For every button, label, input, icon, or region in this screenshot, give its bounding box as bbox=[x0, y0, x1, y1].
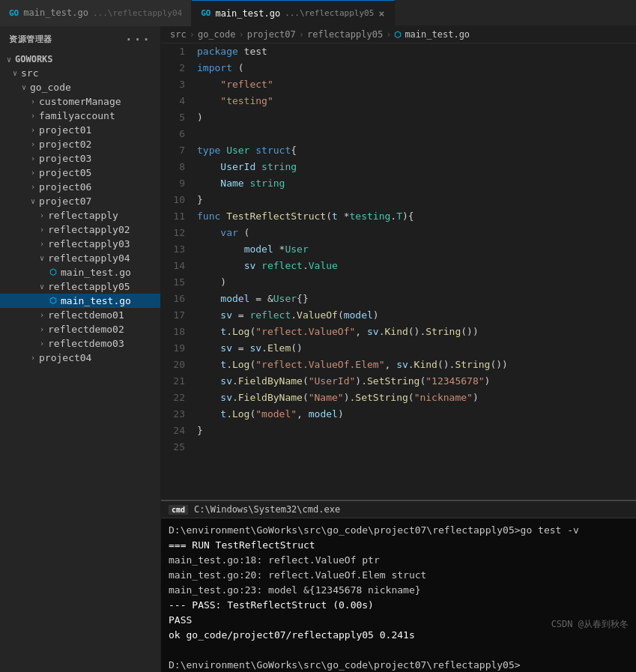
terminal-line: --- PASS: TestReflectStruct (0.00s) bbox=[169, 598, 629, 613]
line-number: 15 bbox=[167, 274, 185, 291]
terminal: cmd C:\Windows\System32\cmd.exe D:\envir… bbox=[161, 500, 636, 672]
code-line bbox=[197, 439, 630, 455]
line-number: 9 bbox=[167, 175, 185, 192]
familyaccount-arrow: › bbox=[27, 112, 39, 120]
project06-arrow: › bbox=[27, 183, 39, 191]
project03-label: project03 bbox=[39, 153, 91, 164]
sidebar-item-goworks[interactable]: ∨ GOWORKS bbox=[0, 52, 160, 66]
line-number: 19 bbox=[167, 340, 185, 357]
breadcrumb-gocode[interactable]: go_code bbox=[198, 29, 236, 40]
line-number: 21 bbox=[167, 373, 185, 390]
code-line: } bbox=[197, 423, 630, 439]
reflectapply03-arrow: › bbox=[36, 240, 48, 248]
code-line: UserId string bbox=[197, 159, 630, 175]
line-numbers: 1234567891011121314151617181920212223242… bbox=[161, 43, 191, 500]
go-file-icon-05: ⬡ bbox=[49, 296, 57, 306]
sidebar-header: 资源管理器 ··· bbox=[0, 26, 160, 52]
sidebar-item-reflectapply04[interactable]: ∨ reflectapply04 bbox=[0, 251, 160, 265]
sidebar-item-project06[interactable]: › project06 bbox=[0, 180, 160, 194]
line-number: 24 bbox=[167, 423, 185, 439]
tab-reflectapply04[interactable]: GO main_test.go ...\reflectapply04 bbox=[0, 0, 192, 26]
breadcrumb: src › go_code › project07 › reflectapply… bbox=[161, 26, 636, 43]
tab-label-1: main_test.go bbox=[23, 7, 88, 18]
terminal-title-bar: cmd C:\Windows\System32\cmd.exe bbox=[161, 501, 636, 518]
project04-label: project04 bbox=[39, 352, 91, 363]
sidebar-item-project01[interactable]: › project01 bbox=[0, 123, 160, 137]
breadcrumb-file[interactable]: main_test.go bbox=[405, 29, 470, 40]
maintest04-label: main_test.go bbox=[61, 267, 131, 278]
sidebar-item-project05[interactable]: › project05 bbox=[0, 166, 160, 180]
sidebar: 资源管理器 ··· ∨ GOWORKS ∨ src ∨ go_code › cu… bbox=[0, 26, 161, 672]
reflectapply03-label: reflectapply03 bbox=[48, 238, 130, 249]
reflectdemo03-label: reflectdemo03 bbox=[48, 338, 124, 349]
maintest05-label: main_test.go bbox=[61, 295, 131, 306]
sidebar-item-go-code[interactable]: ∨ go_code bbox=[0, 80, 160, 94]
line-number: 2 bbox=[167, 60, 185, 76]
tab-path-2: ...\reflectapply05 bbox=[285, 8, 374, 18]
src-label: src bbox=[21, 67, 38, 79]
code-line: func TestReflectStruct(t *testing.T){ bbox=[197, 208, 630, 225]
breadcrumb-project07[interactable]: project07 bbox=[247, 29, 296, 40]
sidebar-item-reflectdemo02[interactable]: › reflectdemo02 bbox=[0, 322, 160, 336]
tab-bar: GO main_test.go ...\reflectapply04 GO ma… bbox=[0, 0, 636, 26]
project07-label: project07 bbox=[39, 196, 91, 207]
line-number: 1 bbox=[167, 43, 185, 60]
line-number: 6 bbox=[167, 126, 185, 142]
code-editor[interactable]: 1234567891011121314151617181920212223242… bbox=[161, 43, 636, 500]
breadcrumb-src[interactable]: src bbox=[170, 29, 187, 40]
breadcrumb-sep2: › bbox=[239, 29, 244, 40]
go-icon-2: GO bbox=[201, 8, 211, 18]
src-arrow: ∨ bbox=[9, 69, 21, 77]
tab-close-button[interactable]: × bbox=[378, 8, 384, 19]
sidebar-item-maintest05[interactable]: ⬡ main_test.go bbox=[0, 294, 160, 308]
sidebar-item-familyaccount[interactable]: › familyaccount bbox=[0, 109, 160, 123]
code-line: ) bbox=[197, 109, 630, 126]
sidebar-item-maintest04[interactable]: ⬡ main_test.go bbox=[0, 265, 160, 279]
sidebar-item-project02[interactable]: › project02 bbox=[0, 137, 160, 151]
code-line: "reflect" bbox=[197, 76, 630, 93]
code-line: type User struct{ bbox=[197, 142, 630, 159]
go-code-arrow: ∨ bbox=[18, 83, 30, 91]
sidebar-item-reflectapply05[interactable]: ∨ reflectapply05 bbox=[0, 279, 160, 294]
project01-label: project01 bbox=[39, 124, 91, 136]
code-line: t.Log("reflect.ValueOf.Elem", sv.Kind().… bbox=[197, 357, 630, 373]
terminal-body[interactable]: D:\environment\GoWorks\src\go_code\proje… bbox=[161, 518, 636, 672]
tab-reflectapply05[interactable]: GO main_test.go ...\reflectapply05 × bbox=[192, 0, 395, 26]
sidebar-item-reflectapply03[interactable]: › reflectapply03 bbox=[0, 237, 160, 251]
sidebar-item-reflectdemo03[interactable]: › reflectdemo03 bbox=[0, 336, 160, 351]
code-line: "testing" bbox=[197, 93, 630, 109]
sidebar-item-project03[interactable]: › project03 bbox=[0, 151, 160, 166]
line-number: 4 bbox=[167, 93, 185, 109]
tab-path-1: ...\reflectapply04 bbox=[93, 8, 182, 18]
goworks-arrow: ∨ bbox=[3, 55, 15, 64]
line-number: 5 bbox=[167, 109, 185, 126]
line-number: 8 bbox=[167, 159, 185, 175]
sidebar-item-reflectdemo01[interactable]: › reflectdemo01 bbox=[0, 308, 160, 322]
sidebar-item-project04[interactable]: › project04 bbox=[0, 351, 160, 365]
reflectdemo03-arrow: › bbox=[36, 339, 48, 348]
line-number: 22 bbox=[167, 390, 185, 406]
terminal-line: D:\environment\GoWorks\src\go_code\proje… bbox=[169, 658, 629, 672]
sidebar-item-reflectapply02[interactable]: › reflectapply02 bbox=[0, 223, 160, 237]
reflectdemo01-label: reflectdemo01 bbox=[48, 309, 124, 321]
project04-arrow: › bbox=[27, 354, 39, 362]
tab-label-2: main_test.go bbox=[215, 8, 280, 19]
code-line: import ( bbox=[197, 60, 630, 76]
code-content[interactable]: package testimport ( "reflect" "testing"… bbox=[191, 43, 636, 500]
sidebar-item-reflectapply[interactable]: › reflectapply bbox=[0, 208, 160, 223]
reflectapply04-arrow: ∨ bbox=[36, 254, 48, 262]
breadcrumb-reflectapply05[interactable]: reflectapply05 bbox=[307, 29, 383, 40]
sidebar-item-src[interactable]: ∨ src bbox=[0, 66, 160, 80]
line-number: 12 bbox=[167, 225, 185, 241]
sidebar-item-customermanage[interactable]: › customerManage bbox=[0, 94, 160, 109]
sidebar-menu-dots[interactable]: ··· bbox=[125, 32, 151, 46]
line-number: 10 bbox=[167, 192, 185, 208]
terminal-line: main_test.go:18: reflect.ValueOf ptr bbox=[169, 553, 629, 568]
code-line: model *User bbox=[197, 241, 630, 258]
terminal-line bbox=[169, 643, 629, 658]
line-number: 7 bbox=[167, 142, 185, 159]
customermanage-label: customerManage bbox=[39, 96, 121, 107]
line-number: 20 bbox=[167, 357, 185, 373]
sidebar-item-project07[interactable]: ∨ project07 bbox=[0, 194, 160, 208]
code-line bbox=[197, 126, 630, 142]
